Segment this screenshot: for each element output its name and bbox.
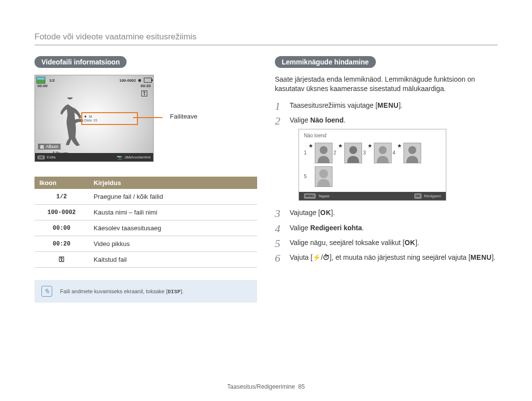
face-thumb	[374, 143, 392, 163]
table-row: 100-0002 Kausta nimi – faili nimi	[34, 205, 257, 220]
icon-cell: 00:00	[34, 220, 89, 236]
info-box-line1: Iz	[89, 114, 92, 119]
step-text: .	[343, 116, 345, 124]
icon-cell: 1/2	[34, 189, 89, 205]
desc-cell: Video pikkus	[89, 236, 257, 252]
star-icon: ★	[367, 142, 372, 150]
desc-cell: Kausta nimi – faili nimi	[89, 205, 257, 220]
step-text: Valige	[290, 116, 310, 124]
face-cell: 3 ★	[363, 143, 392, 163]
video-file-number: 100-0002	[119, 78, 136, 83]
section-title-right: Lemmiknägude hindamine	[275, 56, 376, 68]
note-text-a: Faili andmete kuvamiseks ekraanil, toksa…	[60, 288, 167, 294]
face-screen-footer: MENU Tagasi OK Redigeeri	[299, 192, 446, 201]
ok-button-label: OK	[320, 209, 331, 216]
svg-point-4	[319, 169, 328, 178]
face-thumb	[315, 166, 332, 187]
face-row: 5 ★	[304, 166, 441, 187]
step-strong: Näo loend	[310, 116, 344, 124]
menu-button-label: MENU	[377, 101, 399, 109]
timer-icon: ⏱	[323, 253, 330, 261]
ok-icon: OK	[37, 155, 45, 159]
table-row: 00:00 Käesolev taasesitusaeg	[34, 220, 257, 236]
video-counter: 1/2	[49, 78, 55, 83]
step-1: Taasesitusrežiimis vajutage [MENU].	[275, 100, 498, 110]
svg-point-0	[320, 146, 328, 154]
thumbnail-icon	[36, 77, 45, 84]
callout-line	[133, 117, 163, 118]
footer-page-number: 85	[298, 383, 304, 390]
face-number: 3	[363, 150, 367, 157]
ok-icon: OK	[414, 193, 422, 199]
step-2: Valige Näo loend. Näo loend 1 ★ 2 ★	[275, 115, 498, 201]
note-box: ✎ Faili andmete kuvamiseks ekraanil, tok…	[34, 280, 257, 303]
step-text: Vajuta [	[290, 253, 312, 261]
dancer-silhouette	[57, 97, 84, 149]
face-cell: 5 ★	[304, 166, 332, 187]
table-header-icon: Ikoon	[34, 177, 89, 189]
face-thumb	[403, 143, 421, 163]
step-6: Vajuta [⚡/⏱], et muuta näo järjestust ni…	[275, 252, 498, 262]
callout-label: Failiteave	[170, 113, 198, 120]
step-4: Valige Redigeeri kohta.	[275, 223, 498, 233]
face-list-screen: Näo loend 1 ★ 2 ★ 3	[299, 129, 446, 201]
right-column: Lemmiknägude hindamine Saate järjestada …	[275, 56, 498, 303]
battery-icon	[144, 78, 152, 83]
desc-cell: Käesolev taasesitusaeg	[89, 220, 257, 236]
face-cell: 4 ★	[393, 143, 421, 163]
step-text: Valige	[290, 224, 310, 232]
step-text: Valige nägu, seejärel toksake valikut [	[290, 239, 404, 247]
table-row: 1/2 Praegune fail / kõik failid	[34, 189, 257, 205]
footer-capture-label: Jäädvustamine	[124, 155, 151, 159]
info-box-line2: Date 20	[84, 119, 135, 122]
file-info-overlay: ●Iz Date 20	[81, 112, 138, 125]
step-text: ].	[415, 239, 419, 247]
face-cell: 2 ★	[333, 143, 362, 163]
face-number: 4	[393, 150, 397, 157]
step-text: Vajutage [	[290, 209, 320, 216]
step-3: Vajutage [OK].	[275, 208, 498, 217]
face-number: 1	[304, 150, 308, 157]
video-preview-area: 1/2 100-0002 ⏺ 00:00 00:20 ⚿	[34, 75, 257, 162]
page-title: Fotode või videote vaatamine esitusrežii…	[34, 32, 498, 42]
step-5: Valige nägu, seejärel toksake valikut [O…	[275, 238, 498, 247]
page-footer: Taasesitus/Redigeerimine 85	[0, 383, 532, 390]
steps-list: Taasesitusrežiimis vajutage [MENU]. Vali…	[275, 100, 498, 263]
star-icon: ★	[308, 142, 313, 150]
face-number: 2	[333, 150, 337, 157]
video-screen: 1/2 100-0002 ⏺ 00:00 00:20 ⚿	[34, 75, 154, 162]
icon-cell: 100-0002	[34, 205, 89, 220]
desc-cell: Kaitstud fail	[89, 252, 257, 268]
step-text: ], et muuta näo järjestust ning seejärel…	[330, 253, 470, 261]
grid-icon: ▦	[40, 144, 44, 149]
lock-icon: ⚿	[34, 252, 89, 268]
ok-button-label: OK	[404, 239, 415, 247]
star-icon: ★	[338, 142, 343, 150]
left-column: Videofaili informatsioon 1/2 100-0002 ⏺ …	[34, 56, 257, 303]
face-number: 5	[304, 173, 308, 181]
intro-text: Saate järjestada enda lemmiknäod. Lemmik…	[275, 75, 498, 93]
face-thumb	[344, 143, 362, 163]
disp-button-label: DISP	[167, 289, 180, 295]
menu-button-label: MENU	[470, 253, 492, 261]
camera-icon: 📷	[117, 155, 122, 160]
svg-point-3	[408, 146, 416, 154]
face-screen-title: Näo loend	[304, 132, 441, 140]
desc-cell: Praegune fail / kõik failid	[89, 189, 257, 205]
album-label-overlay: Album	[52, 151, 68, 157]
section-title-left: Videofaili informatsioon	[34, 56, 127, 68]
video-time-elapsed: 00:00	[37, 84, 47, 88]
menu-icon: MENU	[304, 193, 316, 199]
table-row: 00:20 Video pikkus	[34, 236, 257, 252]
face-thumb	[315, 143, 332, 163]
album-chip: ▦ Album	[38, 144, 61, 150]
video-time-total: 00:20	[141, 84, 151, 88]
record-dot-icon: ⏺	[138, 78, 142, 83]
footer-back-label: Tagasi	[318, 193, 330, 199]
note-text-b: ].	[181, 288, 184, 294]
step-text: ].	[492, 253, 496, 261]
step-text: Taasesitusrežiimis vajutage [	[290, 101, 377, 109]
table-header-desc: Kirjeldus	[89, 177, 257, 189]
album-chip-label: Album	[46, 144, 59, 149]
note-icon: ✎	[41, 286, 52, 297]
